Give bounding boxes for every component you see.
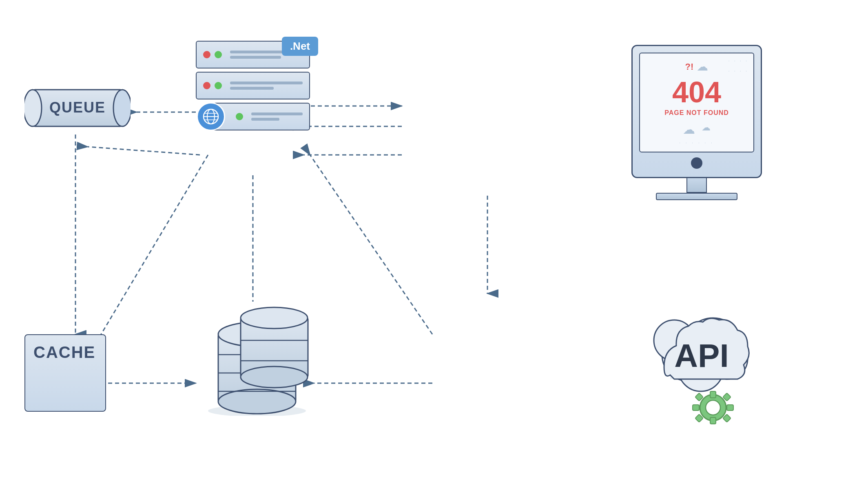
svg-point-33 [241, 366, 308, 388]
question-marks: ?! [685, 62, 694, 72]
monitor-stand-neck [686, 178, 707, 193]
svg-line-14 [310, 155, 432, 334]
cache-box: CACHE [24, 334, 106, 412]
server-line [230, 87, 274, 90]
svg-line-8 [94, 155, 208, 346]
svg-point-16 [113, 90, 131, 126]
svg-rect-47 [693, 405, 699, 410]
svg-point-27 [218, 389, 296, 414]
server-stack: .Net [196, 41, 310, 134]
server-line [251, 118, 279, 121]
database-component [196, 302, 310, 417]
api-svg: API [640, 293, 762, 432]
server-lines-3 [251, 113, 303, 121]
dot-red-1 [203, 51, 210, 58]
server-lines-2 [230, 82, 303, 90]
svg-point-44 [706, 400, 720, 415]
dot-red-2 [203, 82, 210, 89]
error-page-not-found: PAGE NOT FOUND [664, 109, 729, 117]
api-component: API [640, 293, 754, 434]
cloud-bottom-right: ☁ [702, 122, 711, 137]
dot-green-1 [215, 51, 222, 58]
diagram-container: QUEUE .Net [0, 0, 868, 492]
error-404: 404 [672, 77, 721, 107]
server-row-3 [208, 103, 310, 130]
screen-dots-2: · · · · [728, 68, 748, 73]
monitor-component: · · · · · · · · ?! ☁ 404 PAGE NOT FOUND … [631, 45, 762, 200]
cache-label: CACHE [33, 343, 95, 362]
svg-point-17 [24, 90, 42, 126]
server-line [230, 82, 303, 84]
dotnet-badge: .Net [282, 37, 318, 56]
server-line [251, 113, 303, 115]
server-row-2 [196, 72, 310, 99]
svg-text:API: API [674, 338, 728, 374]
cloud-left: ☁ [697, 60, 708, 73]
globe-badge [197, 102, 225, 131]
monitor-power-button [691, 157, 702, 169]
dot-green-2 [215, 82, 222, 89]
queue-component: QUEUE [24, 82, 131, 135]
cache-component: CACHE [24, 334, 114, 420]
cloud-bottom-left: ☁ [683, 122, 695, 137]
database-svg [196, 302, 318, 416]
svg-text:QUEUE: QUEUE [49, 99, 106, 116]
svg-rect-48 [727, 405, 733, 410]
screen-bottom-dots: · · · · · · [679, 141, 714, 145]
queue-cylinder-svg: QUEUE [24, 82, 131, 135]
svg-rect-45 [710, 391, 716, 398]
svg-line-9 [88, 147, 200, 155]
dot-green-3 [236, 113, 243, 120]
server-line [230, 56, 281, 59]
screen-dots: · · · · [728, 58, 748, 63]
globe-icon [202, 108, 219, 125]
monitor-stand-base [656, 193, 737, 200]
svg-point-32 [241, 307, 308, 329]
svg-rect-46 [710, 417, 716, 424]
